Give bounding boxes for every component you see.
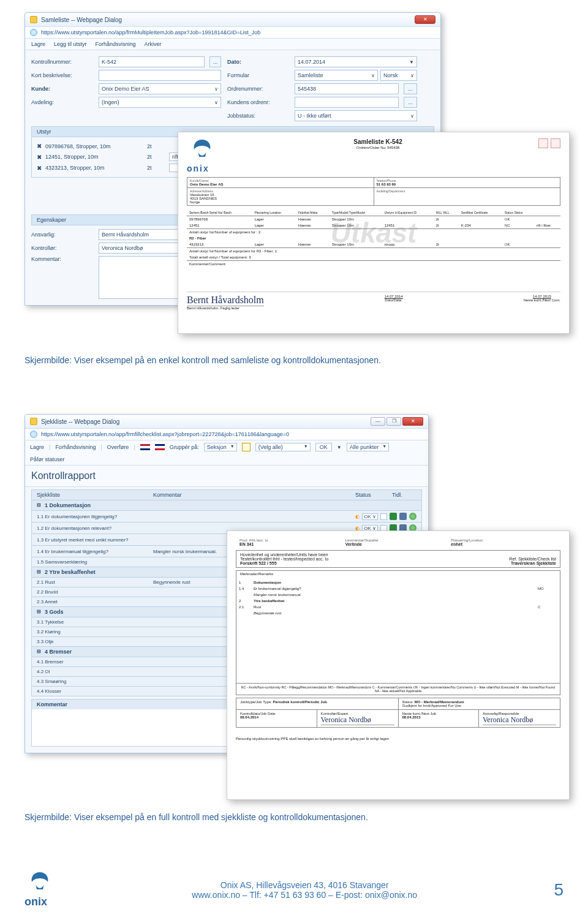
menu-lagre[interactable]: Lagre (30, 444, 44, 450)
label-jobbstatus: Jobbstatus: (227, 113, 288, 119)
select-alle-punkter[interactable]: Alle punkter (347, 443, 390, 451)
url-text: https://www.utstyrsportalen.no/app/frmfi… (41, 431, 289, 437)
input-ordrenummer[interactable]: 545438 (295, 83, 399, 94)
select-jobbstatus[interactable]: U - Ikke utført∨ (295, 110, 417, 121)
cert-badges (538, 138, 560, 148)
label-ansvarlig: Ansvarlig: (31, 232, 92, 238)
ellipsis-button[interactable]: ... (209, 56, 221, 67)
page-heading: Kontrollrapport (25, 466, 428, 487)
close-button[interactable]: ✕ (402, 417, 423, 426)
url-bar: https://www.utstyrsportalen.no/app/frmMu… (25, 27, 440, 39)
onix-logo-icon (187, 138, 217, 163)
page-footer: onix Onix AS, Hillevågsveien 43, 4016 St… (0, 853, 588, 920)
checklist-row: 1.1 Er dokumentasjonen tilgjengelig?◐OK … (31, 511, 422, 522)
select-formular[interactable]: Samleliste∨ (295, 70, 378, 81)
report-title: Samleliste K-542 (353, 138, 402, 145)
select-avdeling[interactable]: (Ingen)∨ (99, 97, 221, 108)
grid-icon[interactable] (242, 443, 251, 451)
label-formular: Formular (227, 72, 288, 78)
select-grupper[interactable]: Seksjon (204, 443, 237, 451)
titlebar: Samleliste -- Webpage Dialog ✕ (25, 13, 440, 27)
label-dato: Dato: (227, 59, 288, 65)
edit-icon[interactable] (390, 513, 397, 520)
window-controls: — ❐ ✕ (371, 417, 423, 426)
window-title: Samleliste -- Webpage Dialog (41, 17, 411, 23)
menu-pafor[interactable]: Påfør statuser (30, 456, 65, 462)
add-icon[interactable] (409, 513, 417, 520)
menubar: Lagre Legg til utstyr Forhåndsvisning Ar… (25, 39, 440, 50)
ellipsis-button[interactable]: ... (404, 97, 417, 108)
onix-logo: onix (24, 871, 55, 908)
camera-icon[interactable] (399, 513, 407, 520)
globe-icon (30, 29, 37, 36)
footer-line1: Onix AS, Hillevågsveien 43, 4016 Stavang… (192, 880, 417, 890)
menu-forhandsvisning[interactable]: Forhåndsvisning (55, 444, 96, 450)
page-number: 5 (554, 880, 564, 900)
input-kunde-ordrenr[interactable] (295, 97, 399, 108)
select-velg[interactable]: (Velg alle) (255, 443, 311, 451)
globe-icon (30, 431, 37, 438)
menu-overfore[interactable]: Overføre (107, 444, 129, 450)
label-ordrenummer: Ordrenummer: (227, 86, 288, 92)
menu-legg-til-utstyr[interactable]: Legg til utstyr (54, 41, 87, 47)
window-title: Sjekkliste -- Webpage Dialog (41, 418, 367, 425)
samleliste-report: onix Samleliste K-542 Ordrenr/Order No: … (178, 132, 570, 334)
menu-arkiver[interactable]: Arkiver (145, 41, 162, 47)
status-select[interactable]: OK ∨ (362, 513, 378, 520)
toolbar: Lagre| Forhåndsvisning| Overføre| Gruppé… (25, 440, 428, 466)
footer-line2: www.onix.no – Tlf: +47 51 63 93 60 – E-p… (192, 890, 417, 900)
category-header[interactable]: ⊟1 Dokumentasjon (31, 500, 422, 511)
favicon-icon (30, 418, 37, 425)
input-kort-beskrivelse[interactable] (99, 70, 221, 81)
checklist-header: Sjekkliste Kommentar Status Tidl. (31, 489, 422, 500)
ok-button[interactable]: OK (315, 443, 332, 451)
label-avdeling: Avdeling: (31, 99, 92, 105)
input-kontrollnummer[interactable]: K-542 (99, 56, 205, 67)
label-kontrollnummer: Kontrollnummer: (31, 59, 92, 65)
select-kunde[interactable]: Onix Demo Eier AS∨ (99, 83, 221, 94)
caption: Skjermbilde: Viser eksempel på en enkel … (24, 355, 564, 365)
ellipsis-button[interactable]: ... (404, 83, 417, 94)
flag-icon[interactable] (140, 444, 150, 450)
checkbox[interactable] (380, 513, 387, 520)
report-subtitle: Ordrenr/Order No: 545438 (356, 146, 399, 149)
menu-lagre[interactable]: Lagre (31, 41, 45, 47)
label-kunde-ordrenr: Kundens ordrenr: (227, 99, 288, 105)
menu-forhandsvisning[interactable]: Forhåndsvisning (96, 41, 136, 47)
select-dato[interactable]: 14.07.2014▼ (295, 56, 417, 67)
select-formular-lang[interactable]: Norsk∨ (380, 70, 417, 81)
favicon-icon (30, 16, 37, 23)
url-text: https://www.utstyrsportalen.no/app/frmMu… (41, 29, 260, 36)
remove-icon[interactable]: ✖ (37, 154, 42, 160)
label-kunde: Kunde: (31, 86, 92, 92)
label-kommentar: Kommentar: (31, 256, 92, 262)
sjekkliste-report: Prod. ihht./acc. toEN 341 Leverandør/Sup… (227, 530, 570, 800)
caption: Skjermbilde: Viser eksempel på en full k… (24, 812, 564, 822)
close-button[interactable]: ✕ (415, 15, 435, 24)
label-grupper: Gruppér på: (170, 444, 199, 450)
remove-icon[interactable]: ✖ (37, 165, 42, 172)
remove-icon[interactable]: ✖ (37, 143, 42, 149)
flag-icon[interactable] (155, 444, 165, 450)
label-kort-beskrivelse: Kort beskrivelse: (31, 72, 92, 78)
restore-button[interactable]: ❐ (386, 417, 401, 426)
signature: Bernt Håvardsholm (187, 295, 264, 306)
minimize-button[interactable]: — (371, 417, 385, 426)
label-kontrollor: Kontrollør: (31, 245, 92, 251)
